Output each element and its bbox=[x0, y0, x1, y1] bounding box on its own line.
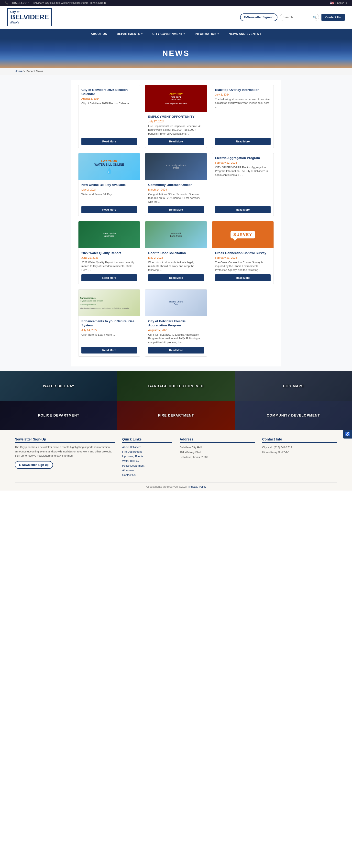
quick-link-label: WATER BILL PAY bbox=[43, 384, 75, 388]
accessibility-button[interactable]: ♿ bbox=[343, 430, 352, 438]
address-text: Belvidere City Hall 401 Whitney Blvd Bel… bbox=[33, 1, 106, 4]
header-actions: E-Newsletter Sign-up 🔍 Contact Us bbox=[240, 13, 345, 21]
top-bar-right: 🇺🇸 English ▾ bbox=[330, 1, 347, 5]
quick-link-label: COMMUNITY DEVELOPMENT bbox=[267, 413, 320, 417]
footer-quick-links-title: Quick Links bbox=[122, 437, 172, 443]
news-card-title: Community Outreach Officer bbox=[148, 183, 204, 187]
quick-link-water-bill-pay[interactable]: WATER BILL PAY bbox=[0, 371, 117, 401]
quick-links-grid: WATER BILL PAY GARBAGE COLLECTION INFO C… bbox=[0, 371, 352, 430]
logo-belvidere: BELVIDERE bbox=[10, 14, 49, 21]
nav-item-departments[interactable]: DEPARTMENTS ▾ bbox=[112, 29, 147, 39]
footer-address: Address Belvidere City Hall401 Whitney B… bbox=[180, 437, 255, 477]
footer-link[interactable]: Contact Us bbox=[122, 473, 136, 476]
news-card-door-to-door: House withLawn Photo Door to Door Solici… bbox=[145, 221, 207, 284]
quick-link-label: FIRE DEPARTMENT bbox=[158, 413, 194, 417]
footer-contact-text: City Hall: (815) 544-2612Illinois Relay … bbox=[262, 445, 338, 455]
main-content: City of Belvidere 2025 Election Calendar… bbox=[71, 80, 281, 367]
news-card-excerpt: The following streets are scheduled to r… bbox=[215, 97, 271, 135]
chevron-down-icon: ▾ bbox=[260, 33, 261, 35]
news-card-employment-opportunity: Apply Today FIRE DEPTSince 1886 Fire Ins… bbox=[145, 85, 207, 148]
read-more-button[interactable]: Read More bbox=[215, 206, 271, 213]
footer-link-item: Fire Department bbox=[122, 450, 172, 454]
language-label[interactable]: English bbox=[335, 1, 344, 4]
footer-link[interactable]: Water Bill Pay bbox=[122, 460, 139, 462]
read-more-button[interactable]: Read More bbox=[215, 274, 271, 281]
news-grid: City of Belvidere 2025 Election Calendar… bbox=[78, 85, 274, 357]
breadcrumb-home[interactable]: Home bbox=[15, 70, 23, 73]
news-card-date: May 2, 2024 bbox=[81, 188, 137, 191]
footer-link[interactable]: Police Department bbox=[122, 464, 144, 467]
phone-number: 815-544-2612 bbox=[12, 1, 29, 4]
nav-item-news-events[interactable]: NEWS AND EVENTS ▾ bbox=[224, 29, 266, 39]
read-more-button[interactable]: Read More bbox=[148, 138, 204, 145]
quick-link-garbage-collection-info[interactable]: GARBAGE COLLECTION INFO bbox=[117, 371, 235, 401]
news-card-date: August 2, 2024 bbox=[81, 97, 137, 100]
news-card-title: 2022 Water Quality Report bbox=[81, 251, 137, 255]
footer-newsletter: Newsletter Sign-Up The City publishes a … bbox=[15, 437, 115, 477]
footer-link-item: Upcoming Events bbox=[122, 455, 172, 458]
hero-banner: NEWS bbox=[0, 39, 352, 68]
quick-link-community-development[interactable]: COMMUNITY DEVELOPMENT bbox=[235, 401, 352, 430]
read-more-button[interactable]: Read More bbox=[81, 274, 137, 281]
quick-link-police-department[interactable]: POLICE DEPARTMENT bbox=[0, 401, 117, 430]
quick-link-city-maps[interactable]: CITY MAPS bbox=[235, 371, 352, 401]
enewsletter-button[interactable]: E-Newsletter Sign-up bbox=[240, 13, 277, 21]
read-more-button[interactable]: Read More bbox=[148, 347, 204, 353]
news-card-title: City of Belvidere 2025 Election Calendar bbox=[81, 88, 137, 96]
news-card-electric-aggregation: Electric Aggregation Program February 22… bbox=[212, 153, 274, 216]
footer-newsletter-text: The City publishes a newsletter twice a … bbox=[15, 445, 115, 458]
footer-link[interactable]: Fire Department bbox=[122, 450, 142, 453]
news-card-date: July 17, 2024 bbox=[148, 120, 204, 123]
contact-us-button[interactable]: Contact Us bbox=[321, 14, 345, 21]
privacy-policy-link[interactable]: Privacy Policy bbox=[189, 485, 206, 488]
news-card-date: February 22, 2024 bbox=[215, 161, 271, 164]
news-card-blacktop-overlay: Blacktop Overlay Information July 2, 202… bbox=[212, 85, 274, 148]
footer-link-item: Aldermen bbox=[122, 468, 172, 472]
read-more-button[interactable]: Read More bbox=[81, 347, 137, 353]
nav-item-city-government[interactable]: CITY GOVERNMENT ▾ bbox=[147, 29, 190, 39]
copyright-text: All copyrights are reserved @2024 | bbox=[146, 485, 189, 488]
language-dropdown-icon[interactable]: ▾ bbox=[346, 1, 347, 5]
news-card-date: August 17, 2021 bbox=[148, 329, 204, 332]
footer-link[interactable]: Upcoming Events bbox=[122, 455, 143, 458]
search-wrapper: 🔍 bbox=[280, 14, 319, 21]
nav-item-information[interactable]: INFORMATION ▾ bbox=[190, 29, 224, 39]
top-bar-left: 📞 815-544-2612 Belvidere City Hall 401 W… bbox=[5, 1, 106, 5]
news-card-title: Enhancements to your Natural Gas System bbox=[81, 319, 137, 328]
search-button[interactable]: 🔍 bbox=[313, 16, 317, 19]
page-title: NEWS bbox=[5, 49, 347, 58]
breadcrumb-separator: > bbox=[23, 70, 25, 73]
chevron-down-icon: ▾ bbox=[183, 33, 185, 35]
footer-contact: Contact Info City Hall: (815) 544-2612Il… bbox=[262, 437, 338, 477]
header: City of BELVIDERE Illinois E-Newsletter … bbox=[0, 6, 352, 29]
news-card-excerpt: 2022 Water Quality Report that was recen… bbox=[81, 261, 137, 272]
news-card-date: July 14, 2022 bbox=[81, 329, 137, 332]
main-navigation: ABOUT US DEPARTMENTS ▾ CITY GOVERNMENT ▾… bbox=[0, 29, 352, 39]
quick-links-section: WATER BILL PAY GARBAGE COLLECTION INFO C… bbox=[0, 371, 352, 430]
footer-link[interactable]: Aldermen bbox=[122, 469, 134, 472]
breadcrumb-current: Recent News bbox=[26, 70, 43, 73]
footer-address-text: Belvidere City Hall401 Whitney Blvd.Belv… bbox=[180, 445, 255, 460]
footer-link[interactable]: About Belvidere bbox=[122, 445, 141, 448]
read-more-button[interactable]: Read More bbox=[148, 274, 204, 281]
read-more-button[interactable]: Read More bbox=[148, 206, 204, 213]
footer-links-list: About BelvidereFire DepartmentUpcoming E… bbox=[122, 445, 172, 477]
footer-enewsletter-button[interactable]: E-Newsletter Sign-up bbox=[15, 461, 53, 469]
read-more-button[interactable]: Read More bbox=[81, 206, 137, 213]
footer-link-item: Police Department bbox=[122, 464, 172, 467]
quick-link-fire-department[interactable]: FIRE DEPARTMENT bbox=[117, 401, 235, 430]
news-card-community-outreach: Community OfficersPhoto Community Outrea… bbox=[145, 153, 207, 216]
nav-item-about[interactable]: ABOUT US bbox=[86, 29, 112, 39]
read-more-button[interactable]: Read More bbox=[81, 138, 137, 145]
chevron-down-icon: ▾ bbox=[141, 33, 143, 35]
news-card-election-calendar: City of Belvidere 2025 Election Calendar… bbox=[78, 85, 140, 148]
news-card-excerpt: The Cross-Connection Control Survey is r… bbox=[215, 261, 271, 272]
news-card-title: City of Belvidere Electric Aggregation P… bbox=[148, 319, 204, 328]
news-card-excerpt: When door to door solicitation is legal,… bbox=[148, 261, 204, 272]
news-card-excerpt: CITY OF BELVIDERE Electric Aggregation P… bbox=[215, 166, 271, 204]
news-card-date: February 21, 2023 bbox=[215, 256, 271, 259]
news-card-date: May 2, 2023 bbox=[148, 256, 204, 259]
quick-link-label: GARBAGE COLLECTION INFO bbox=[148, 384, 204, 388]
footer-link-item: Contact Us bbox=[122, 473, 172, 477]
read-more-button[interactable]: Read More bbox=[215, 138, 271, 145]
